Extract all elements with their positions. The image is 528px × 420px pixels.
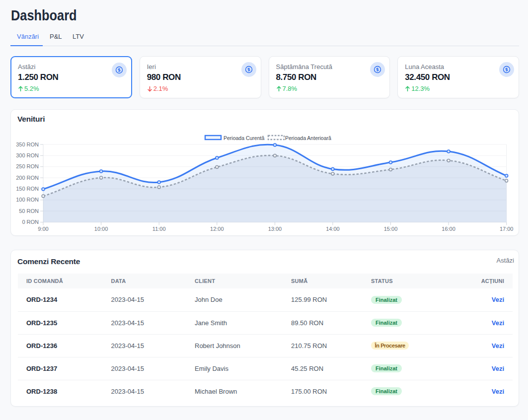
- svg-text:17:00: 17:00: [500, 226, 514, 232]
- svg-text:15:00: 15:00: [384, 226, 398, 232]
- svg-text:16:00: 16:00: [442, 226, 455, 232]
- svg-text:300 RON: 300 RON: [16, 152, 39, 158]
- svg-text:200 RON: 200 RON: [16, 175, 39, 181]
- svg-text:14:00: 14:00: [326, 226, 340, 232]
- svg-text:10:00: 10:00: [94, 226, 108, 232]
- svg-text:11:00: 11:00: [152, 226, 166, 232]
- svg-text:250 RON: 250 RON: [16, 163, 39, 169]
- svg-text:12:00: 12:00: [210, 226, 224, 232]
- svg-text:13:00: 13:00: [268, 226, 282, 232]
- svg-text:350 RON: 350 RON: [16, 141, 39, 147]
- svg-text:Perioada Curentă: Perioada Curentă: [224, 135, 264, 141]
- svg-text:0 RON: 0 RON: [22, 219, 39, 225]
- svg-text:Perioada Anterioară: Perioada Anterioară: [285, 135, 331, 141]
- svg-text:50 RON: 50 RON: [19, 208, 39, 214]
- svg-text:100 RON: 100 RON: [16, 197, 39, 203]
- svg-text:150 RON: 150 RON: [16, 186, 39, 192]
- svg-text:9:00: 9:00: [38, 226, 48, 232]
